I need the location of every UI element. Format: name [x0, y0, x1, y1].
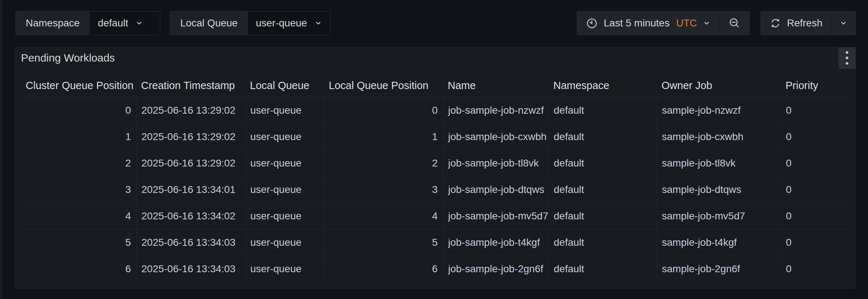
table-cell: 2025-06-16 13:34:01	[136, 177, 245, 203]
table-cell: 2025-06-16 13:34:02	[136, 203, 245, 229]
variable-label-local-queue: Local Queue	[170, 12, 248, 35]
table-cell: 2025-06-16 13:29:02	[136, 150, 245, 176]
variable-select-namespace[interactable]: default	[90, 12, 160, 35]
dashboard-controls: Namespace default Local Queue user-queue…	[16, 11, 856, 35]
table-cell: default	[549, 124, 657, 150]
table-cell: default	[549, 229, 657, 256]
table-cell: job-sample-job-2gn6f	[443, 256, 549, 282]
table-row: 62025-06-16 13:34:03user-queue6job-sampl…	[21, 256, 850, 282]
table-body: 02025-06-16 13:29:02user-queue0job-sampl…	[21, 97, 850, 282]
table-row: 22025-06-16 13:29:02user-queue2job-sampl…	[21, 150, 850, 176]
pending-workloads-table: Cluster Queue PositionCreation Timestamp…	[21, 68, 850, 282]
table-cell: user-queue	[245, 203, 324, 229]
table-cell: sample-job-mv5d7	[657, 203, 781, 229]
table-cell: 2	[324, 150, 443, 176]
table-cell: user-queue	[245, 229, 324, 256]
panel-title: Pending Workloads	[21, 52, 115, 64]
table-cell: 3	[324, 177, 443, 203]
chevron-down-icon	[135, 19, 143, 27]
table-cell: 0	[781, 150, 850, 176]
variable-picker-namespace: Namespace default	[16, 11, 160, 35]
kebab-menu-icon	[845, 50, 849, 66]
table-cell: 0	[781, 203, 850, 229]
table-cell: sample-job-tl8vk	[657, 150, 781, 176]
refresh-group: Refresh	[761, 11, 856, 35]
table-cell: default	[549, 256, 657, 282]
column-header[interactable]: Creation Timestamp	[136, 79, 245, 92]
refresh-button[interactable]: Refresh	[761, 12, 831, 35]
table-cell: 6	[324, 256, 443, 282]
table-cell: 0	[781, 124, 850, 150]
chevron-down-icon	[839, 19, 847, 27]
table-cell: 4	[324, 203, 443, 229]
table-cell: 4	[21, 203, 136, 229]
pending-workloads-panel: Pending Workloads Cluster Queue Position…	[14, 47, 856, 289]
table-header-row: Cluster Queue PositionCreation Timestamp…	[21, 68, 850, 97]
column-header[interactable]: Priority	[781, 79, 850, 92]
table-row: 32025-06-16 13:34:01user-queue3job-sampl…	[21, 176, 850, 203]
time-and-refresh-controls: Last 5 minutes UTC Refresh	[577, 11, 856, 35]
table-cell: 1	[21, 124, 136, 150]
refresh-label: Refresh	[787, 17, 822, 29]
table-cell: sample-job-nzwzf	[657, 97, 781, 123]
variable-label-namespace: Namespace	[16, 12, 90, 35]
time-picker-group: Last 5 minutes UTC	[577, 11, 750, 35]
table-cell: 5	[21, 229, 136, 256]
column-header[interactable]: Local Queue	[245, 79, 324, 92]
table-cell: job-sample-job-tl8vk	[443, 150, 549, 176]
table-cell: default	[549, 150, 657, 176]
table-row: 12025-06-16 13:29:02user-queue1job-sampl…	[21, 123, 850, 150]
column-header[interactable]: Local Queue Position	[324, 79, 443, 92]
time-range-label: Last 5 minutes	[604, 17, 669, 29]
column-header[interactable]: Cluster Queue Position	[21, 79, 136, 92]
window-edge	[0, 0, 3, 299]
table-cell: 2025-06-16 13:34:03	[136, 256, 245, 282]
clock-icon	[586, 17, 598, 29]
zoom-out-time-button[interactable]	[719, 12, 749, 35]
table-cell: 2025-06-16 13:29:02	[136, 97, 245, 123]
table-cell: 0	[21, 97, 136, 123]
table-cell: job-sample-job-dtqws	[443, 177, 549, 203]
table-cell: 2025-06-16 13:29:02	[136, 124, 245, 150]
refresh-interval-caret[interactable]	[831, 12, 855, 35]
time-range-button[interactable]: Last 5 minutes UTC	[577, 12, 719, 35]
variable-picker-local-queue: Local Queue user-queue	[170, 11, 330, 35]
table-cell: user-queue	[245, 177, 324, 203]
variable-value-namespace: default	[98, 17, 128, 29]
table-cell: 0	[324, 97, 443, 123]
table-cell: job-sample-job-nzwzf	[443, 97, 549, 123]
panel-menu-button[interactable]	[838, 47, 856, 69]
table-cell: user-queue	[245, 150, 324, 176]
table-cell: default	[549, 97, 657, 123]
table-cell: sample-job-t4kgf	[657, 229, 781, 256]
column-header[interactable]: Namespace	[549, 79, 657, 92]
table-cell: 2025-06-16 13:34:03	[136, 229, 245, 256]
table-cell: job-sample-job-mv5d7	[443, 203, 549, 229]
table-cell: job-sample-job-t4kgf	[443, 229, 549, 256]
table-cell: 0	[781, 256, 850, 282]
table-cell: user-queue	[245, 97, 324, 123]
column-header[interactable]: Owner Job	[657, 79, 781, 92]
table-cell: sample-job-cxwbh	[657, 124, 781, 150]
variable-select-local-queue[interactable]: user-queue	[248, 12, 330, 35]
timezone-label: UTC	[676, 17, 697, 29]
table-cell: user-queue	[245, 256, 324, 282]
table-row: 52025-06-16 13:34:03user-queue5job-sampl…	[21, 229, 850, 256]
chevron-down-icon	[703, 19, 711, 27]
table-cell: 5	[324, 229, 443, 256]
panel-header: Pending Workloads	[15, 47, 855, 68]
chevron-down-icon	[314, 19, 322, 27]
table-row: 02025-06-16 13:29:02user-queue0job-sampl…	[21, 97, 850, 123]
table-cell: 0	[781, 97, 850, 123]
zoom-out-icon	[728, 17, 741, 29]
table-cell: default	[549, 203, 657, 229]
column-header[interactable]: Name	[443, 79, 549, 92]
table-cell: sample-job-2gn6f	[657, 256, 781, 282]
table-cell: 2	[21, 150, 136, 176]
table-cell: 6	[21, 256, 136, 282]
table-cell: default	[549, 177, 657, 203]
table-cell: user-queue	[245, 124, 324, 150]
table-cell: 0	[781, 177, 850, 203]
table-cell: 0	[781, 229, 850, 256]
table-cell: 1	[324, 124, 443, 150]
